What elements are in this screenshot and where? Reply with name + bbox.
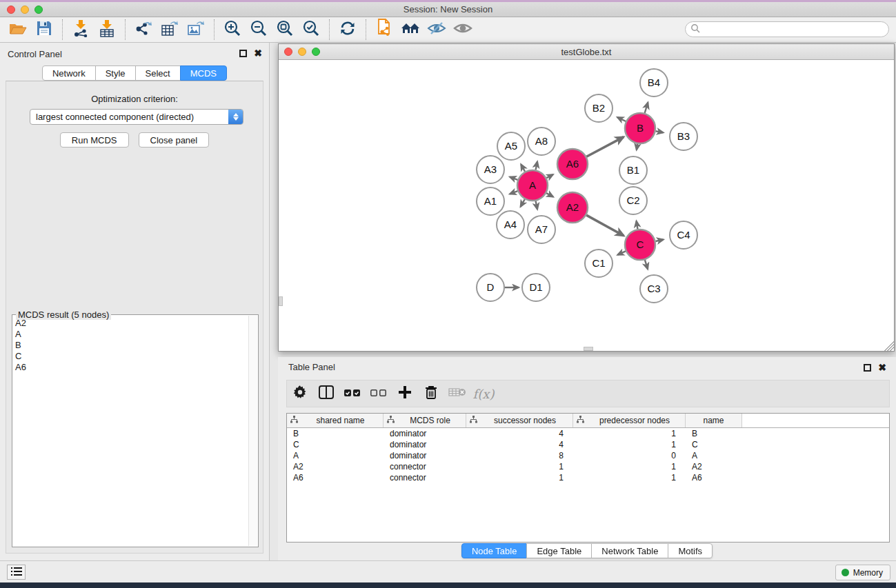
edge-B-B1[interactable]	[637, 144, 637, 150]
zoom-window-button[interactable]	[34, 6, 43, 14]
edge-B-B3[interactable]	[656, 131, 664, 132]
network-horizontal-scrollbar[interactable]	[584, 347, 593, 351]
deselect-all-button[interactable]	[366, 383, 392, 405]
result-scrollbar[interactable]	[248, 316, 257, 546]
table-tab-network-table[interactable]: Network Table	[591, 543, 668, 558]
zoom-in-button[interactable]	[219, 19, 246, 40]
table-cell[interactable]: 1	[466, 462, 573, 472]
delete-column-button[interactable]	[418, 383, 444, 405]
edge-C-C2[interactable]	[637, 221, 638, 230]
table-cell[interactable]: dominator	[384, 429, 466, 438]
zoom-out-button[interactable]	[246, 19, 272, 40]
edge-A-A3[interactable]	[510, 177, 517, 180]
table-cell[interactable]: 4	[466, 429, 573, 438]
table-float-panel-icon[interactable]	[864, 364, 871, 372]
export-network-button[interactable]	[130, 19, 157, 40]
table-settings-button[interactable]	[287, 383, 313, 405]
open-session-button[interactable]	[5, 19, 31, 40]
result-item[interactable]: A2	[15, 318, 248, 329]
table-cell[interactable]: C	[686, 440, 742, 449]
table-cell[interactable]: B	[287, 429, 384, 438]
table-cell[interactable]: A	[287, 451, 384, 460]
edge-A-A2[interactable]	[546, 193, 553, 196]
result-item[interactable]: C	[15, 351, 248, 362]
tab-mcds[interactable]: MCDS	[180, 65, 227, 81]
hide-selection-button[interactable]	[424, 19, 450, 40]
edge-A-A8[interactable]	[536, 161, 537, 170]
table-cell[interactable]: A	[686, 451, 742, 460]
float-panel-icon[interactable]	[239, 50, 247, 57]
edge-A2-C[interactable]	[586, 215, 624, 236]
table-cell[interactable]: 1	[573, 429, 686, 438]
zoom-fit-button[interactable]	[272, 19, 298, 40]
table-cell[interactable]: B	[686, 429, 742, 438]
table-cell[interactable]: 1	[466, 473, 573, 483]
edge-C-C3[interactable]	[645, 260, 648, 269]
table-tab-motifs[interactable]: Motifs	[668, 543, 713, 558]
table-row[interactable]: Bdominator41B	[287, 428, 889, 439]
edge-C-C4[interactable]	[655, 240, 663, 242]
column-header-shared-name[interactable]: shared name	[287, 414, 384, 427]
edge-A-A4[interactable]	[521, 199, 525, 207]
refresh-view-button[interactable]	[335, 19, 361, 40]
search-input[interactable]	[700, 23, 888, 36]
column-header-predecessor-nodes[interactable]: predecessor nodes	[573, 414, 686, 427]
run-mcds-button[interactable]: Run MCDS	[60, 132, 129, 148]
network-canvas[interactable]: B4B2BB3B1C2A5A8A6A3AA1A4A7A2CC4C1C3DD1	[279, 60, 894, 351]
table-cell[interactable]: A2	[686, 462, 742, 472]
import-network-button[interactable]	[68, 19, 94, 40]
result-item[interactable]: A	[15, 329, 248, 340]
table-cell[interactable]: connector	[384, 462, 466, 472]
table-tab-node-table[interactable]: Node Table	[461, 543, 528, 558]
network-minimize-button[interactable]	[298, 48, 306, 56]
memory-button[interactable]: Memory	[835, 565, 890, 580]
show-all-button[interactable]	[450, 19, 476, 40]
save-session-button[interactable]	[31, 19, 57, 40]
table-cell[interactable]: connector	[384, 473, 466, 483]
edge-A-A7[interactable]	[536, 201, 537, 210]
column-header-MCDS-role[interactable]: MCDS role	[384, 414, 466, 427]
column-header-name[interactable]: name	[686, 414, 742, 427]
function-builder-button[interactable]: f(x)	[470, 383, 497, 405]
tab-style[interactable]: Style	[95, 65, 136, 81]
close-panel-button[interactable]: Close panel	[139, 132, 210, 148]
search-field[interactable]	[685, 21, 889, 37]
edge-B-B4[interactable]	[645, 103, 648, 113]
network-vertical-scrollbar[interactable]	[279, 296, 283, 306]
result-item[interactable]: A6	[15, 362, 248, 373]
new-network-from-selection-button[interactable]	[371, 19, 397, 40]
edge-C-C1[interactable]	[617, 251, 626, 254]
table-cell[interactable]: A2	[287, 462, 384, 472]
table-row[interactable]: A2connector11A2	[287, 461, 889, 472]
table-cell[interactable]: 0	[573, 451, 686, 460]
select-all-button[interactable]	[339, 383, 366, 405]
window-resize-grip[interactable]	[884, 341, 894, 351]
import-table-button[interactable]	[94, 19, 120, 40]
zoom-selected-button[interactable]	[298, 19, 324, 40]
edge-A-A1[interactable]	[510, 191, 517, 194]
tab-select[interactable]: Select	[135, 65, 181, 81]
table-row[interactable]: Cdominator41C	[287, 439, 889, 450]
network-close-button[interactable]	[284, 48, 292, 56]
table-cell[interactable]: A6	[686, 473, 742, 483]
close-panel-icon[interactable]: ✖	[254, 50, 262, 57]
edge-A-A5[interactable]	[521, 164, 525, 171]
table-cell[interactable]: 1	[573, 440, 686, 449]
network-zoom-button[interactable]	[312, 48, 320, 56]
first-neighbors-button[interactable]	[397, 19, 424, 40]
table-close-panel-icon[interactable]: ✖	[878, 364, 886, 372]
result-item[interactable]: B	[15, 340, 248, 351]
edge-A6-B[interactable]	[586, 137, 624, 157]
table-cell[interactable]: 4	[466, 440, 573, 449]
table-cell[interactable]: 8	[466, 451, 573, 460]
table-cell[interactable]: 1	[573, 462, 686, 472]
add-column-button[interactable]	[392, 383, 418, 405]
delete-table-button[interactable]	[444, 383, 470, 405]
table-cell[interactable]: dominator	[384, 451, 466, 460]
table-cell[interactable]: 1	[573, 473, 686, 483]
edge-A-A6[interactable]	[546, 174, 552, 178]
table-cell[interactable]: C	[287, 440, 384, 449]
optimization-criterion-select[interactable]: largest connected component (directed)	[30, 109, 243, 125]
table-tab-edge-table[interactable]: Edge Table	[526, 543, 592, 558]
minimize-window-button[interactable]	[21, 6, 29, 14]
